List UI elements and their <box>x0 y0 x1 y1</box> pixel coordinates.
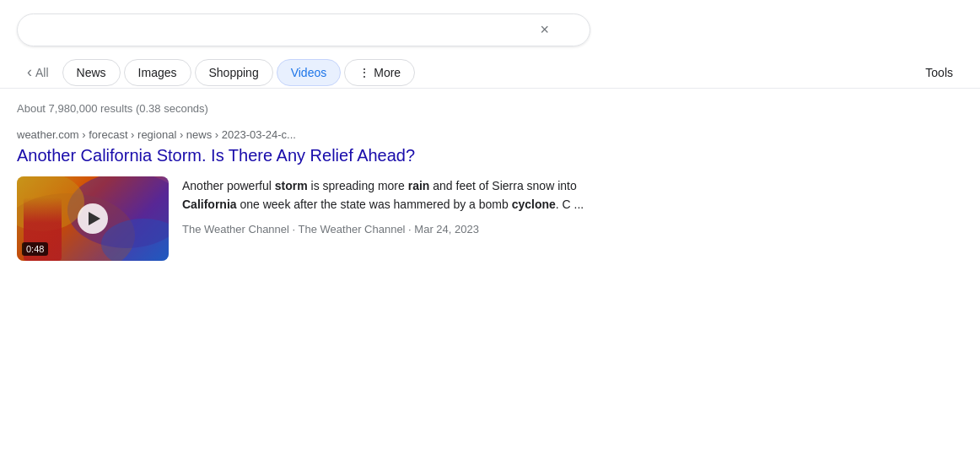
search-button[interactable] <box>569 27 576 34</box>
tab-images[interactable]: Images <box>124 59 191 86</box>
chevron-left-icon: ‹ <box>27 63 32 81</box>
search-input[interactable]: california storm ahead <box>31 23 533 38</box>
nav-tabs: ‹ All News Images Shopping Videos ⋮ More… <box>0 57 980 89</box>
result-body: 0:48 Another powerful storm is spreading… <box>17 176 624 261</box>
tools-button[interactable]: Tools <box>915 59 963 86</box>
play-icon <box>89 212 100 225</box>
play-button[interactable] <box>78 203 108 234</box>
results-summary: About 7,980,000 results (0.38 seconds) <box>0 89 980 122</box>
more-label: More <box>374 66 401 79</box>
all-tab[interactable]: ‹ All <box>17 57 59 88</box>
tab-videos[interactable]: Videos <box>277 59 342 86</box>
tab-more[interactable]: ⋮ More <box>344 59 415 86</box>
result-meta: The Weather Channel · The Weather Channe… <box>182 221 624 239</box>
clear-icon[interactable]: × <box>540 21 549 39</box>
result-item: weather.com › forecast › regional › news… <box>0 122 641 274</box>
result-snippet: Another powerful storm is spreading more… <box>182 176 624 239</box>
result-title[interactable]: Another California Storm. Is There Any R… <box>17 144 624 166</box>
top-bar: california storm ahead × <box>0 0 980 57</box>
tab-news[interactable]: News <box>62 59 121 86</box>
breadcrumb: weather.com › forecast › regional › news… <box>17 128 624 141</box>
mic-button[interactable] <box>556 27 563 34</box>
video-thumbnail[interactable]: 0:48 <box>17 176 169 261</box>
search-box: california storm ahead × <box>17 14 590 46</box>
dots-icon: ⋮ <box>358 66 370 79</box>
tab-shopping[interactable]: Shopping <box>195 59 273 86</box>
video-duration: 0:48 <box>22 242 48 256</box>
all-label: All <box>35 66 49 79</box>
